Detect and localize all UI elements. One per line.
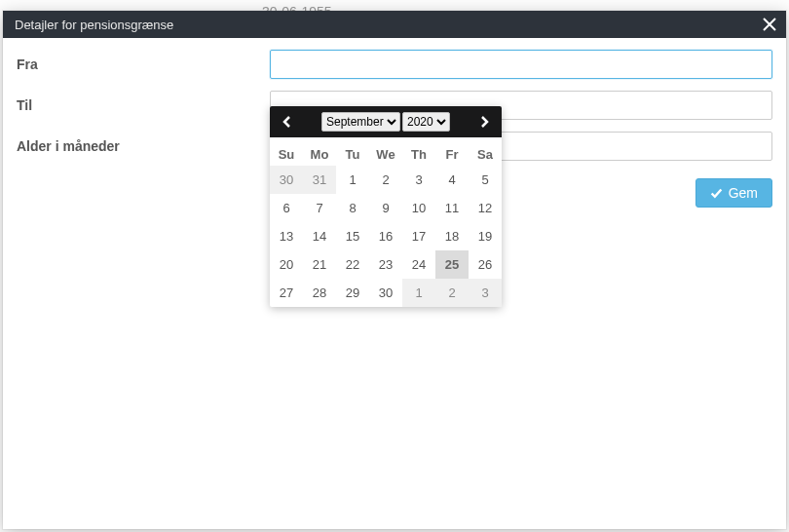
datepicker-dow: Fr: [435, 137, 469, 166]
datepicker-day[interactable]: 23: [369, 250, 402, 279]
datepicker-dow: Th: [402, 137, 435, 166]
datepicker-dow: Tu: [336, 137, 369, 166]
datepicker-day[interactable]: 3: [402, 166, 435, 194]
datepicker-day[interactable]: 8: [336, 194, 369, 222]
label-til: Til: [17, 97, 270, 113]
datepicker-day[interactable]: 20: [270, 250, 303, 279]
modal-title: Detajler for pensionsgrænse: [15, 18, 173, 32]
datepicker-day[interactable]: 12: [469, 194, 502, 222]
chevron-left-icon: [282, 116, 293, 128]
datepicker-day[interactable]: 19: [469, 222, 502, 250]
close-button[interactable]: [759, 14, 780, 35]
datepicker-dow: We: [369, 137, 402, 166]
check-icon: [710, 187, 723, 200]
datepicker-day[interactable]: 13: [270, 222, 303, 250]
datepicker-day[interactable]: 3: [469, 279, 502, 307]
datepicker-next-button[interactable]: [472, 110, 496, 133]
datepicker-day[interactable]: 21: [303, 250, 336, 279]
datepicker-day[interactable]: 2: [435, 279, 469, 307]
datepicker-year-select[interactable]: 20182019202020212022: [402, 112, 450, 132]
datepicker-dow: Mo: [303, 137, 336, 166]
datepicker-header: JanuaryFebruaryMarchAprilMayJuneJulyAugu…: [270, 106, 502, 137]
datepicker-day[interactable]: 11: [435, 194, 469, 222]
datepicker-day[interactable]: 27: [270, 279, 303, 307]
datepicker-day[interactable]: 28: [303, 279, 336, 307]
datepicker-day[interactable]: 22: [336, 250, 369, 279]
chevron-right-icon: [478, 116, 490, 128]
datepicker-month-select[interactable]: JanuaryFebruaryMarchAprilMayJuneJulyAugu…: [321, 112, 400, 132]
datepicker: JanuaryFebruaryMarchAprilMayJuneJulyAugu…: [270, 106, 502, 307]
datepicker-day[interactable]: 9: [369, 194, 402, 222]
datepicker-day[interactable]: 18: [435, 222, 469, 250]
datepicker-day[interactable]: 1: [402, 279, 435, 307]
datepicker-day[interactable]: 14: [303, 222, 336, 250]
datepicker-day[interactable]: 30: [270, 166, 303, 194]
input-fra[interactable]: [270, 50, 772, 79]
datepicker-day[interactable]: 17: [402, 222, 435, 250]
label-fra: Fra: [17, 57, 270, 72]
datepicker-day[interactable]: 24: [402, 250, 435, 279]
datepicker-day[interactable]: 25: [435, 250, 469, 279]
datepicker-day[interactable]: 5: [469, 166, 502, 194]
datepicker-day[interactable]: 4: [435, 166, 469, 194]
datepicker-dow: Su: [270, 137, 303, 166]
save-button-label: Gem: [729, 185, 758, 201]
label-maaneder: Alder i måneder: [17, 138, 270, 154]
datepicker-day[interactable]: 6: [270, 194, 303, 222]
datepicker-day[interactable]: 26: [469, 250, 502, 279]
datepicker-day[interactable]: 30: [369, 279, 402, 307]
pension-limit-modal: Detajler for pensionsgrænse Fra Til Alde…: [3, 11, 786, 529]
datepicker-day[interactable]: 16: [369, 222, 402, 250]
datepicker-selectors: JanuaryFebruaryMarchAprilMayJuneJulyAugu…: [321, 112, 450, 132]
datepicker-day[interactable]: 15: [336, 222, 369, 250]
close-icon: [762, 17, 777, 32]
row-fra: Fra: [17, 50, 772, 79]
datepicker-day[interactable]: 31: [303, 166, 336, 194]
datepicker-day[interactable]: 1: [336, 166, 369, 194]
datepicker-prev-button[interactable]: [276, 110, 299, 133]
datepicker-day[interactable]: 10: [402, 194, 435, 222]
datepicker-day[interactable]: 29: [336, 279, 369, 307]
modal-header: Detajler for pensionsgrænse: [3, 11, 786, 38]
save-button[interactable]: Gem: [695, 178, 772, 208]
datepicker-grid: SuMoTuWeThFrSa 3031123456789101112131415…: [270, 137, 502, 307]
datepicker-day[interactable]: 7: [303, 194, 336, 222]
modal-body: Fra Til Alder i måneder: [3, 38, 786, 529]
datepicker-dow: Sa: [469, 137, 502, 166]
datepicker-day[interactable]: 2: [369, 166, 402, 194]
